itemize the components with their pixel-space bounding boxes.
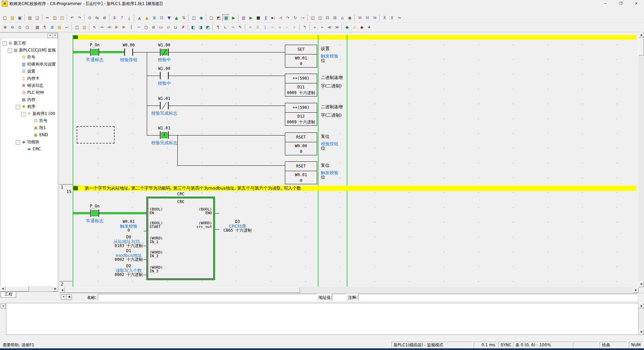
style-set-icon[interactable]: ★	[366, 24, 373, 31]
window-cascade-icon[interactable]: ◱	[309, 14, 316, 22]
tree-close-icon[interactable]: ✕	[52, 33, 58, 38]
tree-item-memory[interactable]: ▦内存	[0, 96, 58, 103]
sim-continuous-scan-icon[interactable]: ↻	[292, 14, 299, 22]
output-close-icon[interactable]: ✕	[1, 304, 6, 309]
address-input[interactable]	[332, 294, 346, 301]
print-icon[interactable]: ▤	[26, 14, 34, 22]
zoom-out-icon[interactable]: ⊖	[9, 24, 16, 31]
ladder-scroll-right-icon[interactable]: ▶	[633, 287, 639, 293]
save-icon[interactable]: ▣	[16, 14, 24, 22]
print-preview-icon[interactable]: ◲	[34, 14, 41, 22]
find-in-files-icon[interactable]: ⊚	[101, 14, 108, 22]
tree-expander-icon[interactable]: -	[2, 41, 7, 46]
sim-pause-icon[interactable]: ∥	[262, 14, 269, 22]
tree-item-symbols[interactable]: ⊡符号	[0, 54, 58, 61]
tree-scroll-left-icon[interactable]: ◀	[0, 286, 5, 291]
retrace-icon[interactable]: ↰	[301, 24, 308, 31]
compile-program-icon[interactable]: ▲	[136, 14, 143, 22]
debug-mode-icon[interactable]: ◩	[215, 14, 222, 22]
watch-window-icon[interactable]: ◉	[346, 14, 353, 22]
contact-w1-00-no[interactable]: W1.00 校验中	[160, 72, 169, 79]
grid-toggle-icon[interactable]: ▦	[34, 24, 41, 31]
output-scroll-up-icon[interactable]: ▲	[639, 303, 644, 308]
space-h-icon[interactable]: ⊦	[284, 24, 291, 31]
contact-w1-01-nc[interactable]: W1.01 校验完成标志	[160, 102, 169, 109]
online-edit-icon[interactable]: ≣	[151, 14, 158, 22]
sim-stop-icon[interactable]: ■	[255, 14, 262, 22]
program-mode-icon[interactable]: ▢	[208, 14, 215, 22]
ladder-scroll-down-icon[interactable]: ▼	[639, 282, 644, 287]
distribute-h-icon[interactable]: ≍	[269, 24, 276, 31]
tree-scroll-right-icon[interactable]: ▶	[53, 286, 58, 291]
new-or-closed-contact-icon[interactable]: ⊫	[120, 24, 128, 31]
contact-w1-01-rising[interactable]: W1.01 校验完成标志	[160, 131, 169, 139]
ladder-vscroll-track[interactable]	[639, 55, 644, 282]
tree-item-new-program[interactable]: -✳新程序1 (00	[0, 110, 58, 117]
tree-item-memory-card[interactable]: ▯内存卡	[0, 75, 58, 82]
new-horizontal-icon[interactable]: ─	[135, 24, 142, 31]
instruction-inc-d12[interactable]: ++(590) D12 0009 十六进制	[285, 103, 317, 126]
undo-icon[interactable]: ↶	[69, 14, 76, 22]
new-pid-box-icon[interactable]: ⊔	[172, 24, 179, 31]
zoom-in-icon[interactable]: ⊕	[1, 24, 9, 31]
new-closed-instruction-icon[interactable]: ▱	[165, 24, 172, 31]
ladder-scroll-up-icon[interactable]: ▲	[639, 32, 644, 38]
edit-text-icon[interactable]: ✎	[237, 24, 244, 31]
new-or-contact-icon[interactable]: ⊪	[113, 24, 120, 31]
new-comment-box-icon[interactable]: ¶	[214, 24, 222, 31]
align-left-icon[interactable]: ≡	[247, 24, 254, 31]
operand-bar-prev-icon[interactable]: ◀	[66, 294, 72, 300]
compile-all-icon[interactable]: ▲	[143, 14, 151, 22]
tree-item-programs[interactable]: -✱程序	[0, 103, 58, 110]
new-instruction-icon[interactable]: ▭	[157, 24, 165, 31]
maximize-button[interactable]: ❐	[613, 0, 629, 7]
sim-run-to-icon[interactable]: →	[299, 14, 306, 22]
window-tile-h-icon[interactable]: ◫	[316, 14, 324, 22]
tree-hscrollbar[interactable]: ◀ ▶	[0, 286, 58, 291]
sim-step-in-icon[interactable]: →∣	[277, 14, 284, 22]
contact-p-on-rung1[interactable]: P_On 常通标志	[90, 209, 99, 217]
diff-color-icon[interactable]: ◇	[351, 24, 358, 31]
tree-expander-icon[interactable]: -	[16, 105, 20, 109]
sim-step-over-icon[interactable]: ↷	[284, 14, 292, 22]
line-connect-icon[interactable]: ∟	[222, 24, 229, 31]
custom-color-icon[interactable]: ◆	[358, 24, 366, 31]
line-disconnect-icon[interactable]: ¬	[229, 24, 237, 31]
instruction-rset-w001[interactable]: RSET W0.01 0	[285, 161, 317, 184]
minimize-button[interactable]: ─	[598, 0, 613, 7]
transfer-to-plc-icon[interactable]: ▼	[165, 14, 173, 22]
force-on-icon[interactable]: ⊼	[381, 14, 388, 22]
tree-item-section-end[interactable]: ▣END	[0, 131, 58, 139]
output-scroll-down-icon[interactable]: ▼	[639, 329, 644, 335]
operand-bar-close-icon[interactable]: ✕	[61, 294, 67, 300]
show-comments-icon[interactable]: ≣	[48, 24, 56, 31]
outdent-rung-icon[interactable]: ≪	[326, 24, 333, 31]
new-fb-invoke-icon[interactable]: ◧	[189, 24, 197, 31]
tree-item-function-blocks[interactable]: -◈功能块	[0, 139, 58, 146]
fb-definition-icon[interactable]: ◩	[204, 24, 212, 31]
run-mode-icon[interactable]: ▶	[230, 14, 237, 22]
rung-comment-icon[interactable]: ¶	[41, 24, 48, 31]
tree-item-fb-crc[interactable]: ▰CRC	[0, 146, 58, 153]
fb-output-d3[interactable]: D3 CRC结果 CB65 十六进制	[212, 220, 263, 233]
tree-item-program-symbols[interactable]: ⊡符号	[0, 117, 58, 124]
delete-element-icon[interactable]: ✗	[179, 24, 187, 31]
close-button[interactable]: ✕	[629, 0, 644, 7]
new-closed-coil-icon[interactable]: ⊘	[150, 24, 157, 31]
compare-with-plc-icon[interactable]: ⇅	[180, 14, 187, 22]
open-folder-icon[interactable]: ▨	[9, 14, 16, 22]
fb-param-in2[interactable]: D1 modbus地址 0002 十六进制	[102, 249, 156, 262]
fb-param-start[interactable]: W0.01 触发校验 0	[102, 220, 156, 233]
instruction-rset-w000[interactable]: RSET W0.00 0	[285, 132, 317, 155]
copy-icon[interactable]: ◫	[51, 14, 58, 22]
redo-icon[interactable]: ↷	[76, 14, 83, 22]
io-comment-view-icon[interactable]: ▥	[81, 24, 88, 31]
zoom-fit-icon[interactable]: ⊙	[16, 24, 24, 31]
tree-item-io-table[interactable]: ▥IO表和单元设置	[0, 61, 58, 68]
align-center-icon[interactable]: ≣	[254, 24, 261, 31]
auto-online-icon[interactable]: ◉	[198, 14, 205, 22]
cross-reference-icon[interactable]: ⊞	[331, 14, 339, 22]
tree-expander-icon[interactable]: -	[16, 140, 20, 145]
ladder-scroll-left-icon[interactable]: ◀	[59, 287, 65, 293]
info-icon[interactable]: ①	[111, 14, 118, 22]
